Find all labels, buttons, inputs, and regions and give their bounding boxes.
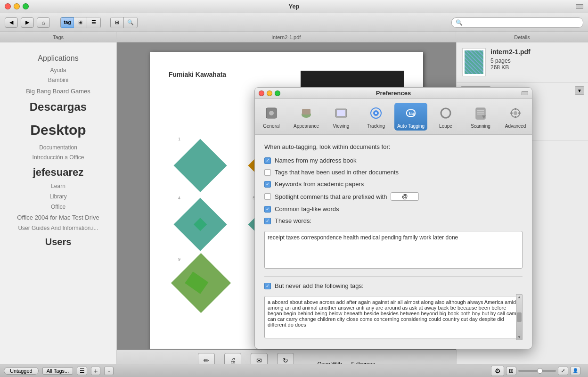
tab-viewing[interactable]: Viewing: [325, 103, 358, 131]
prefs-item-names: ✓ Names from my address book: [264, 157, 523, 164]
zoom-button[interactable]: [576, 4, 583, 9]
icon-view-button[interactable]: ⊞: [74, 17, 87, 28]
svg-rect-22: [518, 113, 521, 114]
add-tag-button[interactable]: +: [91, 367, 100, 375]
window-title: Yep: [288, 3, 299, 10]
file-metadata: intern2-1.pdf 5 pages 268 KB: [490, 48, 531, 71]
zoom-slider[interactable]: ⚙ ⊞ ⤢ 👤: [491, 366, 580, 376]
tab-appearance[interactable]: Appearance: [290, 103, 323, 131]
tags-panel-header: Tags: [53, 34, 64, 40]
tag-applications[interactable]: Applications: [7, 52, 109, 66]
checkbox-never-add[interactable]: ✓: [264, 283, 271, 289]
tab-advanced[interactable]: Advanced: [499, 103, 532, 131]
search-input[interactable]: [465, 19, 579, 26]
forward-button[interactable]: ▶: [21, 17, 34, 28]
tag-ayuda[interactable]: Ayuda: [7, 66, 109, 76]
zoom-track: [518, 370, 556, 372]
tag-view-button[interactable]: tag: [61, 17, 74, 28]
tab-tracking[interactable]: Tracking: [359, 103, 392, 131]
prefs-item-common: ✓ Common tag-like words: [264, 205, 523, 213]
untagged-button[interactable]: Untagged: [4, 367, 39, 375]
prefs-item-never-add: ✓ But never add the following tags:: [264, 282, 523, 289]
these-words-textarea[interactable]: receipt taxes correspondence health medi…: [264, 231, 523, 269]
fullscreen-icon-button[interactable]: ⤢: [558, 367, 568, 375]
file-pages: 5 pages: [490, 57, 531, 64]
delete-tag-button[interactable]: -: [104, 367, 114, 375]
never-add-textarea[interactable]: a aboard about above across add after ag…: [264, 296, 523, 338]
scrollbar[interactable]: ▲ ▼: [516, 294, 523, 340]
gear-button[interactable]: ⚙: [491, 366, 504, 376]
tab-scanning[interactable]: Scanning: [464, 103, 497, 131]
tab-loupe[interactable]: Loupe: [429, 103, 462, 131]
tag-bambini[interactable]: Bambini: [7, 75, 109, 86]
search-bar[interactable]: 🔍: [451, 17, 583, 28]
prefs-close-button[interactable]: [259, 90, 264, 96]
prefs-zoom-button[interactable]: [522, 91, 528, 95]
tag-introduccion[interactable]: Introducción a Office: [7, 153, 109, 163]
label-keywords: Keywords from academic papers: [275, 180, 364, 188]
tag-documentation[interactable]: Documentation: [7, 143, 109, 153]
zoom-thumb[interactable]: [537, 368, 543, 374]
auto-tagging-icon: tag: [402, 105, 419, 122]
list-view-button[interactable]: ☰: [87, 17, 100, 28]
search-icon: 🔍: [456, 19, 463, 26]
tracking-icon: [368, 105, 384, 122]
minimize-button[interactable]: [14, 3, 20, 9]
tag-office[interactable]: Office: [7, 202, 109, 213]
svg-rect-3: [302, 109, 310, 115]
label-these-words: These words:: [275, 217, 311, 224]
pdf-author: Fumiaki Kawahata: [169, 71, 226, 78]
label-never-add: But never add the following tags:: [275, 282, 364, 289]
tag-users[interactable]: Users: [7, 233, 109, 250]
search-mode-group: ⊞ 🔍: [110, 17, 138, 28]
close-button[interactable]: [5, 3, 11, 9]
checkbox-keywords[interactable]: ✓: [264, 181, 271, 188]
view-mode-group: tag ⊞ ☰: [60, 17, 101, 28]
maximize-button[interactable]: [23, 3, 29, 9]
prefs-item-spotlight: Spotlight comments that are prefixed wit…: [264, 192, 523, 201]
prefs-item-keywords: ✓ Keywords from academic papers: [264, 180, 523, 188]
prefs-maximize-button[interactable]: [275, 90, 280, 96]
label-spotlight: Spotlight comments that are prefixed wit…: [275, 193, 387, 200]
label-common: Common tag-like words: [275, 205, 339, 213]
dropdown-arrow[interactable]: ▼: [575, 86, 584, 95]
search-button[interactable]: 🔍: [124, 17, 137, 28]
prefs-minimize-button[interactable]: [267, 90, 272, 96]
tag-learn[interactable]: Learn: [7, 181, 109, 192]
tag-library[interactable]: Library: [7, 192, 109, 202]
svg-text:tag: tag: [409, 111, 416, 116]
tag-userguides[interactable]: User Guides And Information.i...: [7, 223, 109, 234]
all-tags-button[interactable]: All Tags...: [42, 367, 74, 375]
general-icon: [263, 105, 280, 122]
view-icon-button[interactable]: ⊞: [506, 367, 516, 375]
prefs-section-title: When auto-tagging, look within documents…: [264, 143, 523, 150]
checkbox-common[interactable]: ✓: [264, 206, 271, 213]
tab-general[interactable]: General: [255, 103, 288, 131]
checkbox-tags[interactable]: [264, 169, 271, 176]
back-button[interactable]: ◀: [5, 17, 18, 28]
spotlight-prefix-input[interactable]: [391, 192, 419, 201]
tab-auto-tagging[interactable]: tag Auto Tagging: [394, 103, 427, 131]
file-info: intern2-1.pdf 5 pages 268 KB: [457, 42, 588, 82]
grid-search-button[interactable]: ⊞: [111, 17, 124, 28]
checkbox-spotlight[interactable]: [264, 193, 271, 200]
tag-descargas[interactable]: Descargas: [7, 97, 109, 117]
main-window: Yep ◀ ▶ ⌂ tag ⊞ ☰ ⊞ 🔍 🔍 Tags: [0, 0, 588, 377]
tag-office2004[interactable]: Office 2004 for Mac Test Drive: [7, 212, 109, 223]
list-icon-button[interactable]: ☰: [77, 367, 87, 375]
svg-rect-20: [515, 116, 516, 118]
home-button[interactable]: ⌂: [37, 17, 50, 28]
preferences-dialog[interactable]: Preferences General: [254, 87, 532, 349]
checkbox-names[interactable]: ✓: [264, 157, 271, 164]
tag-jefesuarez[interactable]: jefesuarez: [7, 163, 109, 182]
svg-point-1: [269, 111, 274, 115]
tag-desktop[interactable]: Desktop: [7, 117, 109, 143]
person-icon-button[interactable]: 👤: [570, 367, 580, 375]
main-toolbar: ◀ ▶ ⌂ tag ⊞ ☰ ⊞ 🔍 🔍: [0, 13, 588, 32]
file-thumbnail: [462, 48, 486, 76]
tag-bigbang[interactable]: Big Bang Board Games: [7, 86, 109, 97]
appearance-icon: [298, 105, 315, 122]
svg-rect-14: [477, 112, 484, 113]
checkbox-these-words[interactable]: ✓: [264, 218, 271, 224]
prefs-title: Preferences: [376, 90, 411, 97]
